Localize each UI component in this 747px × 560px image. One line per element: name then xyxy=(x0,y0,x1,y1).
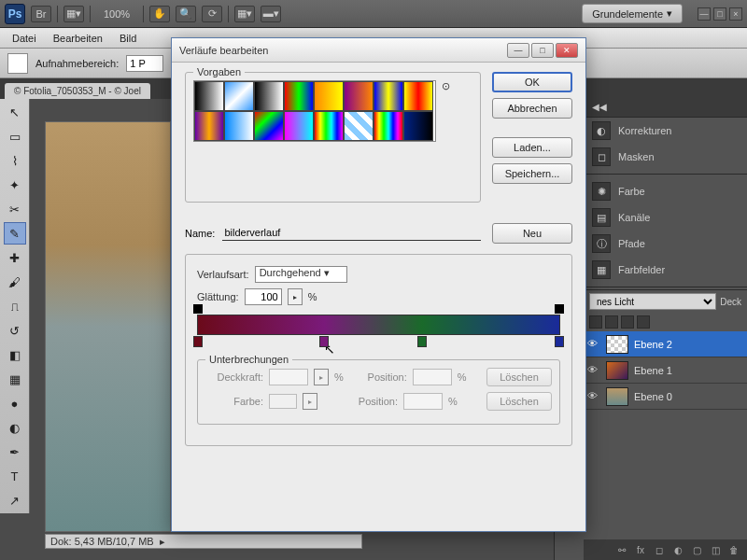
path-tool[interactable]: ↗ xyxy=(4,489,26,511)
workspace-switcher[interactable]: Grundelemente ▾ xyxy=(582,4,683,23)
document-tab[interactable]: © Fotolia_7050353_M - © Joel xyxy=(5,83,150,99)
minimize-icon[interactable]: — xyxy=(698,7,711,21)
gradient-tool[interactable]: ▦ xyxy=(4,368,26,390)
save-button[interactable]: Speichern... xyxy=(492,163,572,184)
blend-mode-select[interactable]: nes Licht xyxy=(589,293,716,310)
pen-tool[interactable]: ✒ xyxy=(4,441,26,463)
zoom-tool-icon[interactable]: 🔍 xyxy=(176,6,196,22)
preset-swatch[interactable] xyxy=(314,81,344,111)
type-tool[interactable]: T xyxy=(4,465,26,487)
swatches-panel-icon[interactable]: ▦ xyxy=(592,260,611,279)
visibility-icon[interactable]: 👁 xyxy=(587,390,600,403)
preset-swatch[interactable] xyxy=(284,111,314,141)
pfade-label[interactable]: Pfade xyxy=(618,238,645,249)
preset-swatch[interactable] xyxy=(224,81,254,111)
color-stop[interactable] xyxy=(555,336,564,347)
color-stop[interactable] xyxy=(193,336,203,347)
masken-label[interactable]: Masken xyxy=(618,151,655,162)
fx-icon[interactable]: fx xyxy=(633,543,648,556)
opacity-stop[interactable] xyxy=(555,304,564,314)
preset-swatch[interactable] xyxy=(403,111,433,141)
new-layer-icon[interactable]: ◫ xyxy=(708,543,723,556)
screen-mode-btn[interactable]: ▬▾ xyxy=(261,6,281,22)
farbe-label[interactable]: Farbe xyxy=(618,186,645,197)
rotate-view-icon[interactable]: ⟳ xyxy=(202,6,222,22)
bridge-btn[interactable]: Br xyxy=(31,6,51,22)
mask-icon[interactable]: ◻ xyxy=(652,543,667,556)
blur-tool[interactable]: ● xyxy=(4,392,26,414)
panel-tab-expand[interactable]: ◀◀ xyxy=(585,99,614,117)
preset-swatch[interactable] xyxy=(194,81,224,111)
presets-grid[interactable] xyxy=(193,80,436,142)
color-panel-icon[interactable]: ✺ xyxy=(592,182,611,201)
menu-datei[interactable]: Datei xyxy=(5,31,44,46)
lock-position-icon[interactable] xyxy=(621,315,634,329)
adjustment-layer-icon[interactable]: ◐ xyxy=(670,543,685,556)
layer-name[interactable]: Ebene 0 xyxy=(634,391,672,402)
preset-swatch[interactable] xyxy=(374,111,403,141)
marquee-tool[interactable]: ▭ xyxy=(4,125,26,147)
neu-button[interactable]: Neu xyxy=(492,223,572,244)
color-stop[interactable] xyxy=(319,336,329,347)
farbfelder-label[interactable]: Farbfelder xyxy=(618,264,665,275)
dialog-close-icon[interactable]: ✕ xyxy=(556,43,578,58)
lock-transparency-icon[interactable] xyxy=(589,315,602,329)
opacity-stop[interactable] xyxy=(193,304,203,314)
preset-swatch[interactable] xyxy=(194,111,224,141)
eraser-tool[interactable]: ◧ xyxy=(4,343,26,366)
history-brush-tool[interactable]: ↺ xyxy=(4,319,26,342)
dialog-maximize-icon[interactable]: □ xyxy=(531,43,554,58)
cancel-button[interactable]: Abbrechen xyxy=(492,98,572,119)
layer-row[interactable]: 👁Ebene 0 xyxy=(584,384,747,410)
view-extras-btn[interactable]: ▦▾ xyxy=(63,6,84,22)
visibility-icon[interactable]: 👁 xyxy=(587,338,600,351)
group-icon[interactable]: ▢ xyxy=(689,543,704,556)
lasso-tool[interactable]: ⌇ xyxy=(4,149,26,172)
maximize-icon[interactable]: □ xyxy=(713,7,726,21)
layer-name[interactable]: Ebene 2 xyxy=(634,339,672,350)
adjustments-panel-icon[interactable]: ◐ xyxy=(592,121,611,140)
preset-swatch[interactable] xyxy=(254,111,284,141)
lock-pixels-icon[interactable] xyxy=(605,315,618,329)
eyedropper-tool[interactable]: ✎ xyxy=(4,222,26,245)
korrekturen-label[interactable]: Korrekturen xyxy=(618,125,671,136)
brush-tool[interactable]: 🖌 xyxy=(4,271,26,293)
layer-thumbnail[interactable] xyxy=(606,387,628,406)
tool-preset-icon[interactable] xyxy=(7,53,28,74)
presets-menu-icon[interactable]: ⊙ xyxy=(442,80,450,92)
layer-name[interactable]: Ebene 1 xyxy=(634,365,672,376)
link-layers-icon[interactable]: ⚯ xyxy=(614,543,629,556)
preset-swatch[interactable] xyxy=(374,81,403,111)
dialog-minimize-icon[interactable]: — xyxy=(507,43,529,58)
gradient-type-select[interactable]: Durchgehend ▾ xyxy=(255,266,347,283)
preset-swatch[interactable] xyxy=(403,81,433,111)
visibility-icon[interactable]: 👁 xyxy=(587,364,600,377)
preset-swatch[interactable] xyxy=(254,81,284,111)
trash-icon[interactable]: 🗑 xyxy=(726,543,741,556)
menu-bild[interactable]: Bild xyxy=(112,31,144,46)
zoom-level[interactable]: 100% xyxy=(96,8,137,20)
crop-tool[interactable]: ✂ xyxy=(4,198,26,220)
gradient-bar[interactable]: ↖ xyxy=(197,315,560,335)
load-button[interactable]: Laden... xyxy=(492,137,572,158)
preset-swatch[interactable] xyxy=(344,81,374,111)
wand-tool[interactable]: ✦ xyxy=(4,174,26,196)
layer-thumbnail[interactable] xyxy=(606,361,628,380)
layer-row[interactable]: 👁Ebene 2 xyxy=(584,331,747,357)
dialog-titlebar[interactable]: Verläufe bearbeiten — □ ✕ xyxy=(172,38,585,63)
hand-tool-icon[interactable]: ✋ xyxy=(149,6,170,22)
ok-button[interactable]: OK xyxy=(492,72,572,92)
smooth-stepper[interactable]: ▸ xyxy=(288,288,303,305)
preset-swatch[interactable] xyxy=(314,111,344,141)
arrange-docs-btn[interactable]: ▦▾ xyxy=(234,6,255,22)
move-tool[interactable]: ↖ xyxy=(4,101,26,123)
paths-panel-icon[interactable]: ⓘ xyxy=(592,234,611,253)
canvas[interactable] xyxy=(45,121,171,532)
aufnahme-field[interactable] xyxy=(126,55,163,72)
dodge-tool[interactable]: ◐ xyxy=(4,416,26,439)
masks-panel-icon[interactable]: ◻ xyxy=(592,147,611,166)
lock-all-icon[interactable] xyxy=(637,315,650,329)
layer-row[interactable]: 👁Ebene 1 xyxy=(584,357,747,384)
close-icon[interactable]: × xyxy=(729,7,742,21)
stamp-tool[interactable]: ⎍ xyxy=(4,295,26,317)
